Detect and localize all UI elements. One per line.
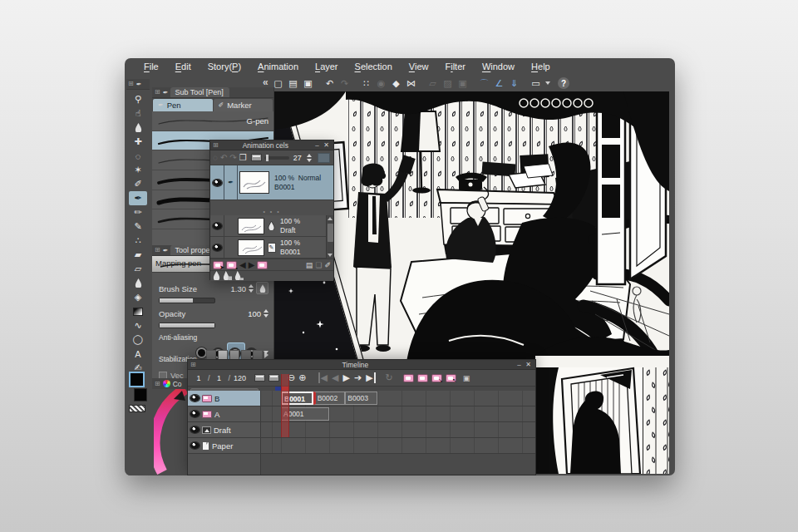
go-end-icon[interactable]: ▶ [366,372,375,383]
menu-storyp[interactable]: Story(P) [200,60,249,73]
playback-icon[interactable]: ◌ [213,153,218,162]
track-label-draft[interactable]: Draft [188,422,261,437]
menu-selection[interactable]: Selection [347,60,400,73]
track-grid-draft[interactable] [261,422,535,437]
brush-row-G-pen[interactable]: G-pen [152,111,273,131]
snap-ring-icon[interactable]: ◉ [374,76,388,90]
zoom-tool[interactable]: ⚲ [129,92,147,106]
open-folder-icon[interactable]: ▤ [306,261,313,269]
panel-menu-icon[interactable]: ⊞ [155,381,160,387]
onion-skin-icon[interactable] [254,374,265,382]
eyedropper-tool[interactable]: ✐ [129,177,147,191]
track-grid-a[interactable]: A0001 [261,406,535,421]
menu-animation[interactable]: Animation [250,60,306,73]
tab-pen[interactable]: ✒ Pen [153,99,213,111]
menu-help[interactable]: Help [524,60,558,73]
hatch-icon[interactable]: ▨ [441,76,455,90]
close-icon[interactable]: ✕ [524,361,533,368]
redo-cel-icon[interactable]: ↷ [229,153,236,162]
next-frame-icon[interactable]: ➔ [354,372,362,383]
zoom-in-icon[interactable]: ⊕ [298,372,306,383]
panel-menu-icon[interactable]: ⊞ [128,81,134,87]
chevron-down-icon[interactable] [545,81,550,85]
cel-row-paper[interactable]: ✎ 100 % B0001 [210,237,333,259]
color-wheel-ring[interactable] [154,389,190,475]
brush-size-pressure-button[interactable] [256,282,268,294]
curve-ruler-icon[interactable]: ⌒ [477,76,491,90]
stabilization-expand-icon[interactable] [264,352,268,358]
brush-size-value[interactable]: 1.30 [231,284,247,293]
undo-cel-icon[interactable]: ↶ [220,153,227,162]
new-cel-icon[interactable] [257,261,268,269]
save-icon[interactable]: ▣ [301,76,315,90]
lightbox-droplet2-icon[interactable] [223,268,232,283]
menu-view[interactable]: View [401,60,436,73]
menu-window[interactable]: Window [475,60,522,73]
frame-icon[interactable]: ▣ [456,76,470,90]
gradient-tool[interactable] [129,304,147,318]
open-file-icon[interactable]: ▤ [286,76,300,90]
snap-dots-icon[interactable]: ∷ [359,76,373,90]
panel-menu-icon[interactable]: ⊞ [190,362,196,368]
end-frame-value[interactable]: 120 [234,374,246,382]
eraser-tool[interactable]: ▱ [129,262,147,276]
help-icon[interactable]: ? [558,77,569,89]
lock-cel-icon[interactable]: • [226,261,237,269]
menu-edit[interactable]: Edit [168,60,199,73]
hand-tool[interactable]: ☝ [129,106,147,121]
pen-tool[interactable]: ✒ [129,191,147,205]
view-box-icon[interactable]: ▭ [529,76,543,90]
main-color-swatch[interactable] [129,372,145,387]
transparent-color-swatch[interactable] [129,405,145,412]
brush-tool[interactable]: ✎ [129,219,147,234]
panel-menu-icon[interactable]: ⊞ [155,247,160,254]
panel-menu-icon[interactable]: ⊞ [213,142,219,149]
go-start-icon[interactable]: ◀ [318,372,328,383]
cel-count-spinner[interactable] [307,154,312,162]
tab-marker[interactable]: ✐ Marker [214,99,273,111]
airbrush-tool[interactable]: ∴ [129,234,147,248]
undo-icon[interactable]: ↶ [323,76,337,90]
opacity-slider[interactable] [159,323,215,328]
ink-icon[interactable]: ◆ [389,76,403,90]
menu-file[interactable]: File [136,60,166,73]
curve-tool[interactable]: ∿ [129,318,147,332]
visibility-eye-icon[interactable] [190,426,200,433]
collapse-panel-icon[interactable]: « [263,76,268,88]
minimize-icon[interactable]: – [515,361,524,368]
track-label-b[interactable]: B [188,391,261,406]
cel-row-draft[interactable]: 100 % Draft [210,215,333,237]
loop-icon[interactable]: ↻ [386,372,393,383]
angle-ruler-icon[interactable]: ∠ [492,76,506,90]
track-label-a[interactable]: A [188,406,261,421]
visibility-eye-icon[interactable] [190,442,200,449]
play-icon[interactable]: ▶ [342,372,349,383]
pencil-tool[interactable]: ✏ [129,205,147,219]
cel-count-value[interactable]: 27 [293,154,302,162]
opacity-value[interactable]: 100 [248,309,261,318]
clip-b0003[interactable]: B0003 [345,392,377,405]
menu-layer[interactable]: Layer [308,60,346,73]
fill-tool[interactable]: ◈ [129,290,147,304]
ellipse-tool[interactable]: ◯ [129,332,147,347]
mask-icon[interactable]: ▱ [426,76,440,90]
visibility-eye-icon[interactable] [213,244,222,251]
cel-preview-icon[interactable] [268,374,279,382]
cel-color-box[interactable] [318,153,330,163]
visibility-eye-icon[interactable] [190,395,200,401]
operation-tool[interactable]: ✚ [129,135,147,149]
clip-b0002[interactable]: B0002 [313,392,346,405]
arrow-down-icon[interactable]: ⇓ [507,76,521,90]
redo-icon[interactable]: ↷ [337,76,352,90]
edit-icon[interactable]: ✐ [324,261,331,269]
visibility-eye-icon[interactable] [213,180,222,186]
lightbox-droplet-icon[interactable] [213,268,220,283]
prev-frame-icon[interactable]: ◀ [332,372,338,383]
next-cel-icon[interactable]: ▶ [249,260,255,269]
settings-icon[interactable]: ▣ [463,374,470,382]
visibility-eye-icon[interactable] [190,411,200,417]
playhead-band[interactable] [281,374,289,437]
marker-tool[interactable]: ▰ [129,248,147,262]
opacity-spinner[interactable] [264,309,268,318]
specify-cel-icon[interactable]: ↘ [431,374,442,382]
